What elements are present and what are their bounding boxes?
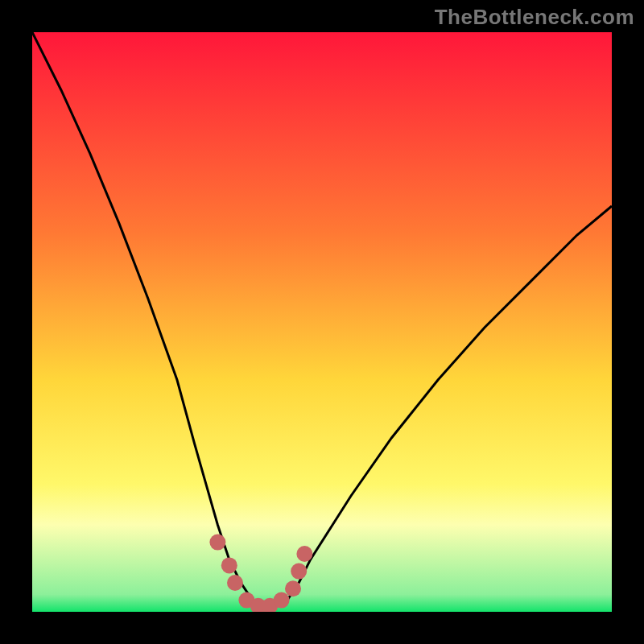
marker-point: [291, 564, 307, 580]
marker-point: [296, 546, 312, 562]
chart-frame: TheBottleneck.com: [0, 0, 644, 644]
marker-point: [221, 557, 237, 573]
plot-area: [32, 32, 612, 612]
watermark-text: TheBottleneck.com: [435, 5, 634, 30]
marker-point: [227, 575, 243, 591]
marker-point: [209, 535, 225, 551]
marker-point: [274, 592, 290, 609]
marker-point: [285, 580, 301, 597]
plot-svg: [32, 32, 612, 612]
gradient-background: [32, 32, 612, 612]
